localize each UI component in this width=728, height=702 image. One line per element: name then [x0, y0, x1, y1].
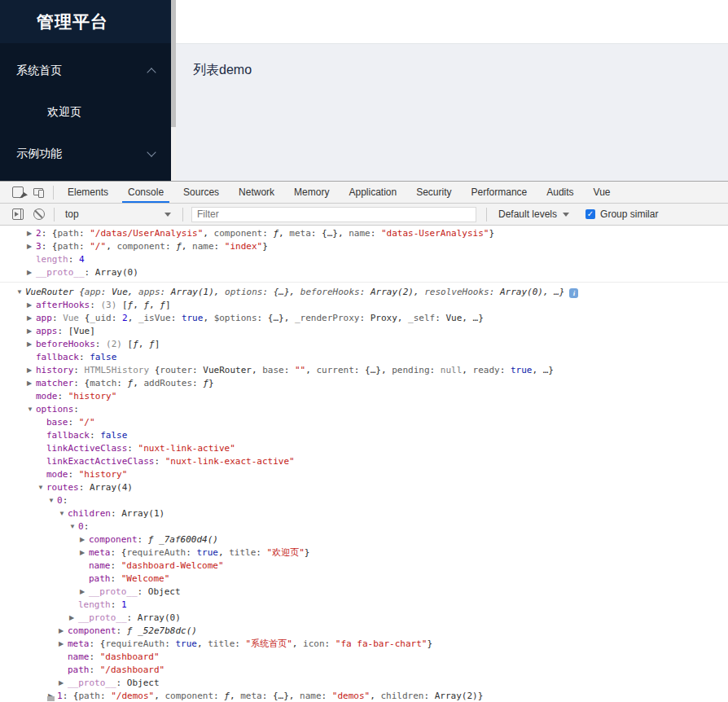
expand-arrow-icon[interactable]: ▶ [80, 546, 89, 559]
console-token: : [85, 267, 95, 278]
console-row[interactable]: length: 1 [0, 599, 728, 612]
devtools-tab-application[interactable]: Application [340, 182, 406, 203]
filter-input[interactable] [191, 207, 476, 222]
collapse-arrow-icon[interactable]: ▼ [48, 494, 57, 507]
console-row[interactable]: ▶matcher: {match: ƒ, addRoutes: ƒ} [0, 377, 728, 390]
console-row[interactable]: ▶beforeHooks: (2) [ƒ, ƒ] [0, 338, 728, 351]
console-row[interactable]: ▶1: {path: "/demos", component: ƒ, meta:… [0, 690, 728, 702]
sidebar-item-dashboard[interactable]: 系统首页 [0, 50, 171, 91]
expand-arrow-icon[interactable]: ▶ [80, 586, 89, 599]
expand-arrow-icon[interactable]: ▶ [80, 533, 89, 546]
execution-context-dropdown[interactable]: top [59, 208, 178, 220]
console-token: component [164, 691, 213, 701]
console-token: , …} [462, 313, 484, 323]
console-token: app [85, 287, 101, 297]
console-row[interactable]: name: "dashboard-Welcome" [0, 559, 728, 573]
console-token: : [116, 625, 127, 636]
expand-arrow-icon[interactable]: ▶ [59, 677, 68, 690]
devtools-tab-memory[interactable]: Memory [285, 182, 338, 203]
console-row[interactable]: linkActiveClass: "nuxt-link-active" [0, 442, 728, 455]
expand-arrow-icon[interactable]: ▶ [59, 625, 68, 638]
sidebar-item-welcome[interactable]: 欢迎页 [0, 91, 171, 133]
console-row[interactable]: ▼routes: Array(4) [0, 481, 728, 494]
console-row[interactable]: fallback: false [0, 429, 728, 442]
devtools-tab-elements[interactable]: Elements [59, 182, 117, 203]
console-token: ƒ [149, 339, 155, 349]
collapse-arrow-icon[interactable]: ▼ [69, 520, 78, 533]
console-row[interactable]: ▶meta: {requireAuth: true, title: "系统首页"… [0, 638, 728, 651]
console-row[interactable]: ▶meta: {requireAuth: true, title: "欢迎页"} [0, 546, 728, 559]
console-token: : [262, 228, 273, 239]
sidebar-scrollbar[interactable] [171, 0, 176, 181]
expand-arrow-icon[interactable]: ▶ [27, 299, 36, 312]
info-icon[interactable]: i [569, 288, 578, 298]
devtools-tab-sources[interactable]: Sources [174, 182, 228, 203]
console-row[interactable]: length: 4 [0, 253, 728, 266]
console-token: length [78, 599, 111, 610]
console-row[interactable]: ▶__proto__: Object [0, 586, 728, 599]
console-row[interactable]: ▼options: [0, 403, 728, 416]
expand-arrow-icon[interactable]: ▶ [59, 638, 68, 651]
console-row[interactable]: ▼VueRouter {app: Vue, apps: Array(1), op… [0, 286, 728, 299]
console-row[interactable]: name: "dashboard" [0, 651, 728, 664]
console-row[interactable]: ▶component: ƒ _52e7b8dc() [0, 625, 728, 638]
devtools-tab-network[interactable]: Network [230, 182, 283, 203]
console-row[interactable]: mode: "history" [0, 390, 728, 403]
expand-arrow-icon[interactable]: ▶ [27, 364, 36, 377]
console-token: path [68, 665, 90, 675]
console-token: , [370, 691, 380, 701]
clear-console-icon[interactable] [33, 208, 45, 220]
console-row[interactable]: path: "/dashboard" [0, 664, 728, 677]
page-content: 列表demo [176, 44, 728, 181]
devtools-tab-console[interactable]: Console [119, 182, 173, 203]
console-row[interactable]: ▶2: {path: "/datas/UserAnalysis", compon… [0, 227, 728, 240]
collapse-arrow-icon[interactable]: ▼ [27, 403, 36, 416]
devtools-main-icons [0, 186, 49, 198]
console-row[interactable]: ▼children: Array(1) [0, 507, 728, 520]
console-sidebar-toggle-icon[interactable] [12, 208, 24, 220]
console-row[interactable]: path: "Welcome" [0, 573, 728, 586]
collapse-arrow-icon[interactable]: ▼ [16, 286, 25, 299]
expand-arrow-icon[interactable]: ▶ [27, 227, 36, 240]
expand-arrow-icon[interactable]: ▶ [27, 240, 36, 253]
group-similar-checkbox[interactable] [585, 209, 595, 219]
expand-arrow-icon[interactable]: ▶ [27, 312, 36, 325]
expand-arrow-icon[interactable]: ▶ [69, 612, 78, 625]
collapse-arrow-icon[interactable]: ▼ [37, 481, 46, 494]
console-row[interactable]: ▼0: [0, 520, 728, 533]
console-row[interactable]: ▶__proto__: Array(0) [0, 612, 728, 625]
console-row[interactable]: fallback: false [0, 351, 728, 364]
expand-arrow-icon[interactable]: ▶ [27, 377, 36, 390]
scrollbar-thumb[interactable] [171, 0, 176, 127]
collapse-arrow-icon[interactable]: ▼ [59, 507, 68, 520]
console-token: , [154, 691, 164, 701]
console-token: "系统首页" [246, 638, 292, 649]
console-row[interactable]: ▶apps: [Vue] [0, 325, 728, 338]
console-row[interactable]: ▶component: ƒ _7af600d4() [0, 533, 728, 546]
expand-arrow-icon[interactable]: ▶ [27, 325, 36, 338]
sidebar-item-demos[interactable]: 示例功能 [0, 133, 171, 174]
device-toolbar-icon[interactable] [33, 187, 44, 198]
console-row[interactable]: ▼0: [0, 494, 728, 507]
console-token: : [111, 573, 121, 584]
console-row[interactable]: ▶history: HTML5History {router: VueRoute… [0, 364, 728, 377]
console-row[interactable]: ▶3: {path: "/", component: ƒ, name: "ind… [0, 240, 728, 253]
console-row[interactable]: ▶__proto__: Array(0) [0, 266, 728, 279]
console-row[interactable]: linkExactActiveClass: "nuxt-link-exact-a… [0, 455, 728, 468]
console-row[interactable]: ▶__proto__: Object [0, 677, 728, 690]
console-row[interactable]: ▶afterHooks: (3) [ƒ, ƒ, ƒ] [0, 299, 728, 312]
console-row[interactable]: mode: "history" [0, 468, 728, 481]
console-row[interactable]: ▶app: Vue {_uid: 2, _isVue: true, $optio… [0, 312, 728, 325]
devtools-tab-audits[interactable]: Audits [537, 182, 582, 203]
devtools-tab-vue[interactable]: Vue [585, 182, 620, 203]
inspect-element-icon[interactable] [12, 186, 24, 198]
devtools-tab-security[interactable]: Security [407, 182, 460, 203]
devtools-tab-performance[interactable]: Performance [463, 182, 537, 203]
console-token: : [73, 404, 79, 415]
console-token: : [101, 287, 112, 297]
expand-arrow-icon[interactable]: ▶ [27, 266, 36, 279]
console-token: "dashboard" [100, 652, 160, 662]
expand-arrow-icon[interactable]: ▶ [27, 338, 36, 351]
log-levels-dropdown[interactable]: Default levels [498, 208, 575, 220]
console-row[interactable]: base: "/" [0, 416, 728, 429]
